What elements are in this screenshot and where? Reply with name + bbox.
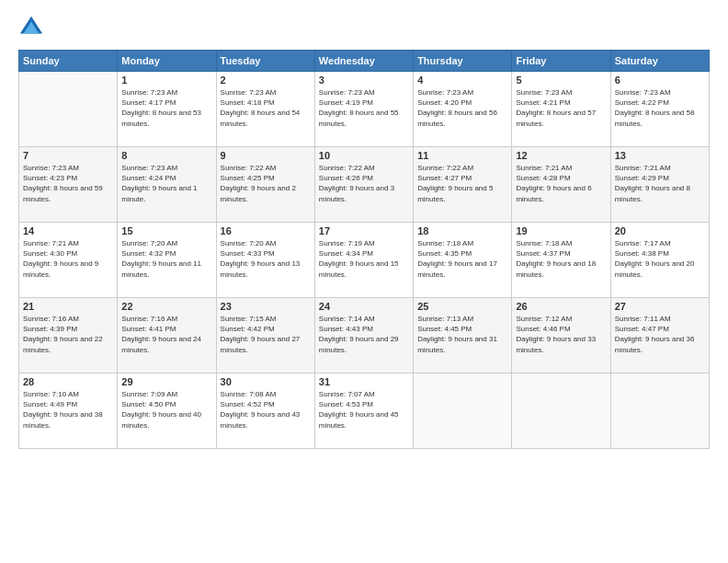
day-info: Sunrise: 7:23 AMSunset: 4:18 PMDaylight:… (221, 87, 311, 129)
day-info: Sunrise: 7:23 AMSunset: 4:19 PMDaylight:… (319, 87, 409, 129)
day-cell: 14Sunrise: 7:21 AMSunset: 4:30 PMDayligh… (19, 223, 118, 298)
day-cell (512, 373, 610, 449)
day-info: Sunrise: 7:13 AMSunset: 4:45 PMDaylight:… (417, 314, 507, 355)
day-number: 30 (221, 376, 311, 387)
day-number: 20 (615, 225, 705, 236)
week-row-1: 7Sunrise: 7:23 AMSunset: 4:23 PMDaylight… (19, 147, 710, 223)
day-cell: 10Sunrise: 7:22 AMSunset: 4:26 PMDayligh… (314, 147, 413, 223)
day-number: 12 (516, 150, 606, 161)
day-info: Sunrise: 7:08 AMSunset: 4:52 PMDaylight:… (221, 389, 311, 431)
day-number: 5 (516, 75, 606, 86)
header-row: SundayMondayTuesdayWednesdayThursdayFrid… (19, 51, 710, 72)
day-cell: 9Sunrise: 7:22 AMSunset: 4:25 PMDaylight… (216, 147, 314, 223)
day-cell: 5Sunrise: 7:23 AMSunset: 4:21 PMDaylight… (512, 72, 610, 147)
day-cell: 29Sunrise: 7:09 AMSunset: 4:50 PMDayligh… (118, 373, 216, 449)
header-friday: Friday (512, 51, 610, 72)
day-number: 21 (23, 301, 113, 312)
day-number: 1 (121, 75, 211, 86)
day-info: Sunrise: 7:18 AMSunset: 4:37 PMDaylight:… (516, 238, 606, 280)
day-number: 28 (23, 376, 113, 387)
day-cell: 8Sunrise: 7:23 AMSunset: 4:24 PMDaylight… (118, 147, 216, 223)
day-cell (610, 373, 709, 449)
day-info: Sunrise: 7:16 AMSunset: 4:39 PMDaylight:… (23, 314, 113, 355)
day-info: Sunrise: 7:16 AMSunset: 4:41 PMDaylight:… (121, 314, 211, 355)
day-cell: 16Sunrise: 7:20 AMSunset: 4:33 PMDayligh… (216, 223, 314, 298)
day-number: 13 (615, 150, 705, 161)
day-info: Sunrise: 7:23 AMSunset: 4:22 PMDaylight:… (615, 87, 705, 129)
calendar-table: SundayMondayTuesdayWednesdayThursdayFrid… (18, 50, 710, 449)
day-info: Sunrise: 7:22 AMSunset: 4:26 PMDaylight:… (319, 163, 409, 204)
day-info: Sunrise: 7:07 AMSunset: 4:53 PMDaylight:… (319, 389, 409, 431)
day-info: Sunrise: 7:21 AMSunset: 4:30 PMDaylight:… (23, 238, 113, 280)
week-row-2: 14Sunrise: 7:21 AMSunset: 4:30 PMDayligh… (19, 223, 710, 298)
day-cell: 3Sunrise: 7:23 AMSunset: 4:19 PMDaylight… (314, 72, 413, 147)
logo (18, 15, 48, 40)
day-number: 16 (221, 225, 311, 236)
day-cell: 20Sunrise: 7:17 AMSunset: 4:38 PMDayligh… (610, 223, 709, 298)
day-cell: 1Sunrise: 7:23 AMSunset: 4:17 PMDaylight… (118, 72, 216, 147)
day-cell (414, 373, 512, 449)
header-wednesday: Wednesday (314, 51, 413, 72)
day-number: 15 (121, 225, 211, 236)
day-info: Sunrise: 7:17 AMSunset: 4:38 PMDaylight:… (615, 238, 705, 280)
day-info: Sunrise: 7:21 AMSunset: 4:29 PMDaylight:… (615, 163, 705, 204)
day-cell: 21Sunrise: 7:16 AMSunset: 4:39 PMDayligh… (19, 298, 118, 373)
day-cell: 11Sunrise: 7:22 AMSunset: 4:27 PMDayligh… (414, 147, 512, 223)
day-info: Sunrise: 7:10 AMSunset: 4:49 PMDaylight:… (23, 389, 113, 431)
day-info: Sunrise: 7:18 AMSunset: 4:35 PMDaylight:… (417, 238, 507, 280)
day-number: 10 (319, 150, 409, 161)
day-info: Sunrise: 7:20 AMSunset: 4:33 PMDaylight:… (221, 238, 311, 280)
header-monday: Monday (118, 51, 216, 72)
day-number: 26 (516, 301, 606, 312)
day-cell: 23Sunrise: 7:15 AMSunset: 4:42 PMDayligh… (216, 298, 314, 373)
day-cell: 4Sunrise: 7:23 AMSunset: 4:20 PMDaylight… (414, 72, 512, 147)
header-saturday: Saturday (610, 51, 709, 72)
day-cell: 6Sunrise: 7:23 AMSunset: 4:22 PMDaylight… (610, 72, 709, 147)
day-info: Sunrise: 7:12 AMSunset: 4:46 PMDaylight:… (516, 314, 606, 355)
day-cell: 24Sunrise: 7:14 AMSunset: 4:43 PMDayligh… (314, 298, 413, 373)
day-cell: 19Sunrise: 7:18 AMSunset: 4:37 PMDayligh… (512, 223, 610, 298)
day-info: Sunrise: 7:14 AMSunset: 4:43 PMDaylight:… (319, 314, 409, 355)
day-info: Sunrise: 7:23 AMSunset: 4:17 PMDaylight:… (121, 87, 211, 129)
day-number: 11 (417, 150, 507, 161)
day-cell: 26Sunrise: 7:12 AMSunset: 4:46 PMDayligh… (512, 298, 610, 373)
day-info: Sunrise: 7:23 AMSunset: 4:21 PMDaylight:… (516, 87, 606, 129)
header-tuesday: Tuesday (216, 51, 314, 72)
day-info: Sunrise: 7:11 AMSunset: 4:47 PMDaylight:… (615, 314, 705, 355)
day-number: 22 (121, 301, 211, 312)
day-number: 8 (121, 150, 211, 161)
header-sunday: Sunday (19, 51, 118, 72)
day-info: Sunrise: 7:20 AMSunset: 4:32 PMDaylight:… (121, 238, 211, 280)
day-cell: 17Sunrise: 7:19 AMSunset: 4:34 PMDayligh… (314, 223, 413, 298)
day-cell: 31Sunrise: 7:07 AMSunset: 4:53 PMDayligh… (314, 373, 413, 449)
day-number: 14 (23, 225, 113, 236)
page: SundayMondayTuesdayWednesdayThursdayFrid… (0, 0, 728, 563)
day-info: Sunrise: 7:19 AMSunset: 4:34 PMDaylight:… (319, 238, 409, 280)
day-number: 18 (417, 225, 507, 236)
week-row-0: 1Sunrise: 7:23 AMSunset: 4:17 PMDaylight… (19, 72, 710, 147)
day-info: Sunrise: 7:23 AMSunset: 4:20 PMDaylight:… (417, 87, 507, 129)
day-cell: 12Sunrise: 7:21 AMSunset: 4:28 PMDayligh… (512, 147, 610, 223)
day-info: Sunrise: 7:21 AMSunset: 4:28 PMDaylight:… (516, 163, 606, 204)
day-number: 17 (319, 225, 409, 236)
day-number: 2 (221, 75, 311, 86)
day-number: 9 (221, 150, 311, 161)
logo-icon (18, 15, 44, 40)
day-info: Sunrise: 7:22 AMSunset: 4:25 PMDaylight:… (221, 163, 311, 204)
day-info: Sunrise: 7:23 AMSunset: 4:24 PMDaylight:… (121, 163, 211, 204)
day-info: Sunrise: 7:23 AMSunset: 4:23 PMDaylight:… (23, 163, 113, 204)
day-cell: 15Sunrise: 7:20 AMSunset: 4:32 PMDayligh… (118, 223, 216, 298)
week-row-4: 28Sunrise: 7:10 AMSunset: 4:49 PMDayligh… (19, 373, 710, 449)
day-number: 7 (23, 150, 113, 161)
day-cell: 7Sunrise: 7:23 AMSunset: 4:23 PMDaylight… (19, 147, 118, 223)
day-info: Sunrise: 7:22 AMSunset: 4:27 PMDaylight:… (417, 163, 507, 204)
day-cell: 22Sunrise: 7:16 AMSunset: 4:41 PMDayligh… (118, 298, 216, 373)
day-cell (19, 72, 118, 147)
day-cell: 2Sunrise: 7:23 AMSunset: 4:18 PMDaylight… (216, 72, 314, 147)
day-number: 31 (319, 376, 409, 387)
day-info: Sunrise: 7:15 AMSunset: 4:42 PMDaylight:… (221, 314, 311, 355)
day-number: 24 (319, 301, 409, 312)
day-cell: 18Sunrise: 7:18 AMSunset: 4:35 PMDayligh… (414, 223, 512, 298)
day-number: 23 (221, 301, 311, 312)
day-number: 19 (516, 225, 606, 236)
